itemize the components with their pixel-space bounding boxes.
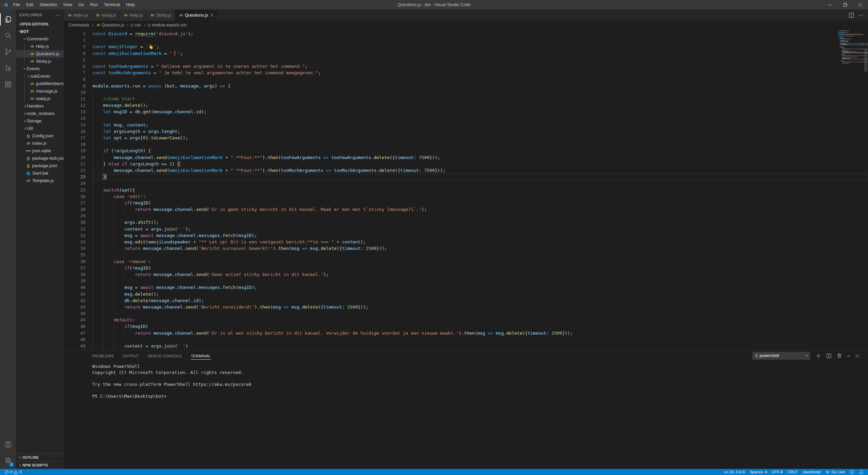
split-terminal-icon[interactable] [827, 354, 831, 358]
panel-tab-output[interactable]: OUTPUT [123, 352, 139, 360]
menu-terminal[interactable]: Terminal [101, 0, 123, 9]
windows-bat-icon [26, 172, 31, 175]
eol-status[interactable]: CRLF [785, 470, 800, 474]
tree-item-node-modules[interactable]: node_modules [16, 110, 64, 117]
indent-guide [93, 108, 93, 115]
tree-item-questions-js[interactable]: JSQuestions.js [16, 50, 64, 58]
tree-item-subevents[interactable]: subEvents [16, 73, 64, 80]
terminal-shell-select[interactable]: 1: powershell [752, 352, 810, 360]
account-icon[interactable] [0, 436, 16, 453]
breadcrumb-item-module-exports-run[interactable]: module.exports.run [147, 23, 187, 27]
code-editor[interactable]: 1const Discord = require('discord.js');2… [64, 29, 868, 350]
settings-gear-icon[interactable]: ⚙ 1 [0, 453, 16, 469]
menu-run[interactable]: Run [87, 0, 101, 9]
tree-item-storage[interactable]: Storage [16, 117, 64, 125]
tree-item-ready-js[interactable]: JSready.js [16, 95, 64, 102]
line-content: const Discord = require('discord.js'); [93, 31, 868, 37]
minimap-line [838, 49, 863, 49]
tree-item-template-js[interactable]: JSTemplate.js [16, 177, 64, 184]
minimap-line [838, 43, 863, 43]
outline-section[interactable]: OUTLINE [16, 453, 64, 461]
tree-item-help-js[interactable]: JSHelp.js [16, 43, 64, 50]
open-editors-section[interactable]: OPEN EDITORS [16, 20, 64, 28]
menu-help[interactable]: Help [123, 0, 138, 9]
breadcrumb-item-run[interactable]: run [130, 23, 141, 27]
tab-index-js[interactable]: JSindex.js [64, 9, 92, 21]
panel-tab-terminal[interactable]: TERMINAL [191, 352, 211, 360]
tree-item-json-sqlite[interactable]: json.sqlite [16, 147, 64, 155]
tree-item-config-json[interactable]: {}Config.json [16, 132, 64, 140]
line-number: 23 [64, 174, 85, 180]
menu-view[interactable]: View [60, 0, 75, 9]
menu-selection[interactable]: Selection [37, 0, 60, 9]
line-content [93, 180, 868, 186]
terminal-output[interactable]: Windows PowerShellCopyright (C) Microsof… [64, 361, 868, 469]
menu-go[interactable]: Go [75, 0, 87, 9]
line-number: 16 [64, 128, 85, 135]
tree-item-message-js[interactable]: JSmessage.js [16, 87, 64, 95]
search-icon[interactable] [0, 27, 16, 44]
minimap-line [838, 61, 863, 61]
tab-questions-js[interactable]: JSQuestions.js [175, 9, 217, 21]
minimap-line [838, 34, 863, 34]
tree-item-sticky-js[interactable]: JSSticky.js [16, 58, 64, 65]
run-debug-icon[interactable] [0, 60, 16, 76]
tree-item-util[interactable]: Util [16, 125, 64, 132]
tree-item-events[interactable]: Events [16, 65, 64, 73]
cursor-position-status[interactable]: Ln 23, Col 6 [722, 470, 747, 474]
npm-scripts-section[interactable]: NPM SCRIPTS [16, 461, 64, 469]
maximize-panel-icon[interactable] [848, 353, 849, 358]
explorer-activity-icon[interactable] [0, 11, 16, 27]
tree-item-index-js[interactable]: JSindex.js [16, 140, 64, 147]
code-line-9: 9module.exports.run = async (bot, messag… [64, 83, 868, 89]
tree-item-handlers[interactable]: Handlers [16, 102, 64, 110]
code-line-29: 29 [64, 213, 868, 219]
indent-guide [103, 193, 103, 200]
new-terminal-icon[interactable] [816, 354, 821, 358]
more-actions-icon[interactable] [859, 12, 863, 18]
split-editor-icon[interactable] [849, 13, 854, 18]
notifications-bell-icon[interactable] [857, 470, 866, 474]
panel-tab-debug-console[interactable]: DEBUG CONSOLE [148, 352, 182, 360]
restore-button[interactable] [837, 0, 853, 9]
indent-guide [93, 135, 93, 141]
kill-terminal-trash-icon[interactable] [837, 353, 842, 358]
vertical-scrollbar[interactable] [864, 49, 867, 72]
feedback-smiley-icon[interactable] [847, 470, 857, 474]
minimap-line [838, 51, 863, 51]
extensions-icon[interactable] [0, 76, 16, 93]
close-panel-icon[interactable] [855, 354, 859, 358]
code-line-28: 28 return message.channel.send('Er is ge… [64, 206, 868, 213]
explorer-more-actions-icon[interactable] [55, 12, 60, 18]
line-number: 19 [64, 147, 85, 154]
menu-edit[interactable]: Edit [23, 0, 37, 9]
minimap-line [838, 57, 863, 57]
menu-file[interactable]: File [10, 0, 23, 9]
language-mode-status[interactable]: JavaScript [800, 470, 823, 474]
breadcrumb-item-commands[interactable]: Commands [68, 23, 89, 27]
tree-item-package-lock-json[interactable]: {}package-lock.json [16, 155, 64, 162]
indentation-status[interactable]: Spaces: 4 [747, 470, 769, 474]
tree-item-guildmemberadd-js[interactable]: JSguildMemberAdd.js [16, 80, 64, 87]
chevron-right-icon [23, 120, 26, 122]
source-control-icon[interactable] [0, 44, 16, 60]
tab-sticky-js[interactable]: JSSticky.js [146, 9, 175, 21]
tab-ready-js[interactable]: JSready.js [92, 9, 120, 21]
panel-tab-problems[interactable]: PROBLEMS [92, 352, 114, 360]
tree-item-start-bat[interactable]: Start.bat [16, 170, 64, 177]
breadcrumb-item-questions-js[interactable]: JSQuestions.js [96, 23, 124, 27]
indent-guide [114, 297, 114, 304]
problems-status[interactable]: 0 0 [2, 469, 24, 475]
tab-help-js[interactable]: JSHelp.js [120, 9, 146, 21]
close-tab-icon[interactable] [210, 14, 214, 17]
tree-item-package-json[interactable]: {}package.json [16, 162, 64, 170]
minimap[interactable] [838, 31, 863, 64]
encoding-status[interactable]: UTF-8 [769, 470, 785, 474]
indent-guide [103, 219, 103, 225]
line-content [93, 57, 868, 63]
tree-item-commands[interactable]: Commands [16, 35, 64, 43]
close-window-button[interactable] [853, 0, 868, 9]
workspace-root-bot[interactable]: BOT [16, 28, 64, 35]
minimize-button[interactable] [822, 0, 837, 9]
go-live-button[interactable]: Go Live [823, 470, 847, 474]
